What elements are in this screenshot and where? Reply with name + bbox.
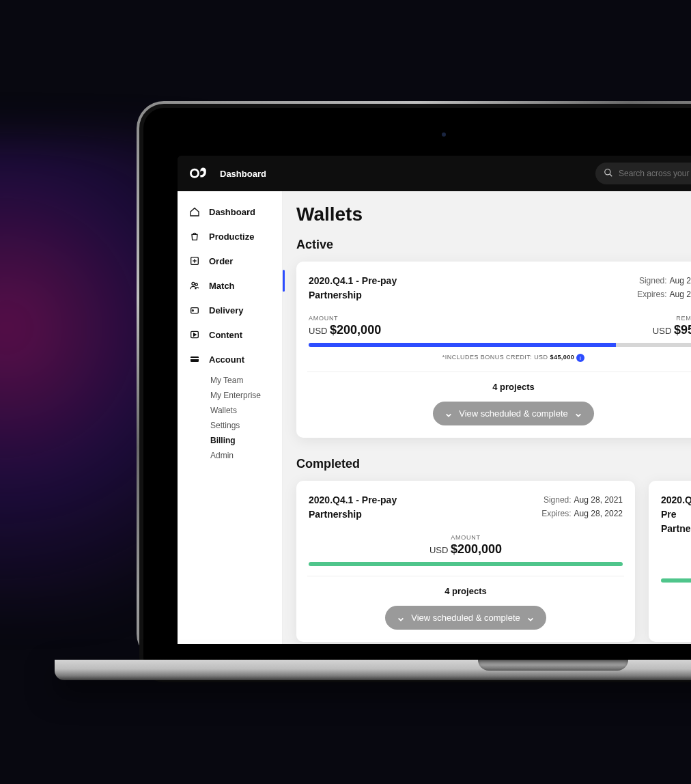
wallet-subtitle: Partnership <box>309 288 397 303</box>
svg-point-8 <box>192 310 193 311</box>
users-icon <box>188 279 201 292</box>
sidebar: Dashboard Productize Order Match <box>178 191 283 644</box>
svg-line-1 <box>610 173 612 176</box>
svg-point-0 <box>605 169 610 174</box>
card-icon <box>188 353 201 365</box>
page-title: Wallets <box>296 204 691 225</box>
svg-point-6 <box>195 283 197 285</box>
sidebar-item-label: Order <box>209 256 233 266</box>
box-icon <box>188 304 201 316</box>
expires-label: Expires: <box>541 509 571 518</box>
topbar: Dashboard <box>178 156 691 191</box>
progress-bar-fill <box>309 562 623 566</box>
amount-label: AMOUNT <box>309 315 381 322</box>
amount-label: AMOUNT <box>309 534 623 541</box>
home-icon <box>188 206 201 218</box>
progress-bar-track <box>309 343 691 347</box>
sidebar-item-delivery[interactable]: Delivery <box>178 298 282 322</box>
wallet-subtitle: Partnership <box>661 522 691 536</box>
search-icon <box>604 168 613 180</box>
sidebar-item-productize[interactable]: Productize <box>178 224 282 249</box>
progress-bar-fill <box>309 343 616 347</box>
expires-date: Aug 28, 2022 <box>574 509 623 518</box>
chevron-down-icon <box>527 615 534 621</box>
wallet-card-completed-partial: 2020.Q4.1 - Pre Partnership <box>649 481 691 642</box>
signed-date: Aug 28, 2021 <box>574 495 623 505</box>
plus-square-icon <box>188 255 201 267</box>
signed-label: Signed: <box>544 495 572 505</box>
sidebar-sub-my-enterprise[interactable]: My Enterprise <box>210 388 282 403</box>
chevron-down-icon <box>397 615 404 621</box>
sidebar-sub-admin[interactable]: Admin <box>210 448 282 463</box>
sidebar-item-label: Delivery <box>209 305 244 316</box>
view-scheduled-button[interactable]: View scheduled & complete <box>433 402 593 425</box>
sidebar-item-account[interactable]: Account <box>178 347 282 372</box>
amount-value: $200,000 <box>330 323 381 337</box>
amount-currency: USD <box>429 545 448 555</box>
sidebar-item-content[interactable]: Content <box>178 322 282 347</box>
sidebar-sub-wallets[interactable]: Wallets <box>210 403 282 418</box>
view-scheduled-button[interactable]: View scheduled & complete <box>385 606 546 630</box>
chevron-down-icon <box>445 410 452 417</box>
search-input[interactable] <box>619 169 691 178</box>
sidebar-item-label: Content <box>209 330 242 340</box>
play-icon <box>188 328 201 341</box>
chevron-down-icon <box>575 410 582 417</box>
signed-date: Aug 28, 2021 <box>670 276 691 285</box>
progress-bar-fill <box>661 578 691 583</box>
projects-count: 4 projects <box>309 586 623 596</box>
remaining-currency: USD <box>653 326 671 336</box>
info-icon[interactable]: i <box>576 354 584 362</box>
wallet-title: 2020.Q4.1 - Pre <box>661 493 691 522</box>
signed-label: Signed: <box>639 276 667 285</box>
sidebar-item-match[interactable]: Match <box>178 273 282 298</box>
wallet-subtitle: Partnership <box>309 507 397 522</box>
sidebar-sub-billing[interactable]: Billing <box>210 433 282 448</box>
sidebar-item-order[interactable]: Order <box>178 249 282 273</box>
remaining-label: REMAINING* <box>653 315 691 322</box>
sidebar-sub-settings[interactable]: Settings <box>210 418 282 433</box>
amount-currency: USD <box>309 326 327 336</box>
expires-label: Expires: <box>637 290 666 299</box>
sidebar-item-dashboard[interactable]: Dashboard <box>178 199 282 224</box>
svg-rect-11 <box>191 358 199 359</box>
progress-bar-track <box>309 562 623 566</box>
wallet-card-completed: 2020.Q4.1 - Pre-pay Partnership Signed:A… <box>296 481 635 642</box>
topbar-title: Dashboard <box>220 169 266 179</box>
section-heading-active: Active <box>296 238 691 252</box>
progress-bar-track <box>661 578 691 583</box>
sidebar-item-label: Match <box>209 281 235 291</box>
wallet-card-active: 2020.Q4.1 - Pre-pay Partnership Signed:A… <box>296 262 691 438</box>
wallet-title: 2020.Q4.1 - Pre-pay <box>309 274 397 288</box>
remaining-value: $95,000 <box>674 323 691 337</box>
search-box[interactable] <box>595 163 691 184</box>
svg-point-5 <box>192 282 195 285</box>
section-heading-completed: Completed <box>296 457 691 471</box>
main-content: Wallets Active 2020.Q4.1 - Pre-pay Partn… <box>283 191 691 644</box>
button-label: View scheduled & complete <box>411 613 520 623</box>
expires-date: Aug 28, 2022 <box>670 290 691 299</box>
sidebar-item-label: Dashboard <box>209 207 255 217</box>
button-label: View scheduled & complete <box>459 408 567 419</box>
bonus-credit-note: *INCLUDES BONUS CREDIT: USD $45,000i <box>309 354 691 372</box>
projects-count: 4 projects <box>309 382 691 392</box>
sidebar-item-label: Productize <box>209 232 254 242</box>
amount-value: $200,000 <box>451 542 502 556</box>
bag-icon <box>188 230 201 242</box>
sidebar-item-label: Account <box>209 354 244 365</box>
brand-logo-icon <box>190 167 209 180</box>
sidebar-sub-my-team[interactable]: My Team <box>210 373 282 388</box>
wallet-title: 2020.Q4.1 - Pre-pay <box>309 493 397 507</box>
